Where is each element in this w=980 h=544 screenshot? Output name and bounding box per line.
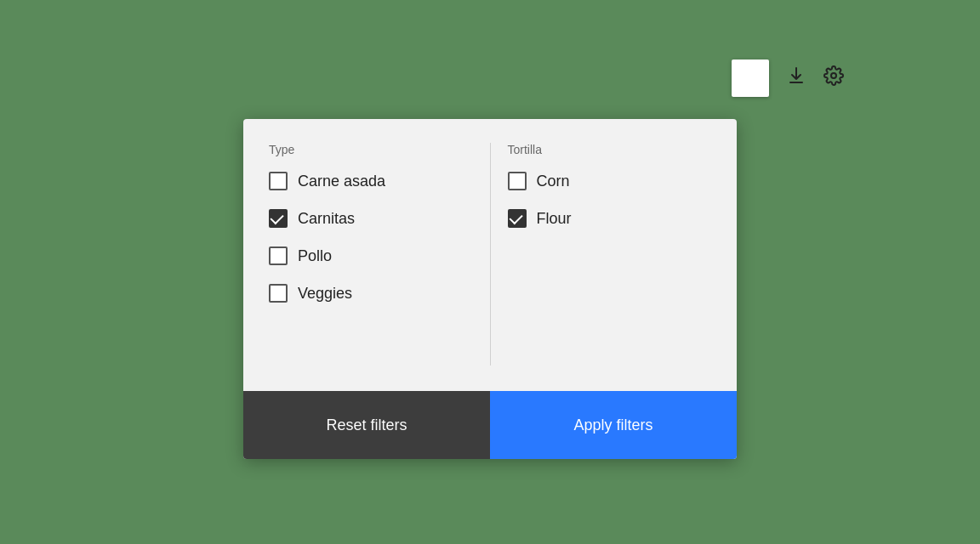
checkbox-carnitas-label: Carnitas [298, 210, 355, 228]
type-column: Type Carne asada Carnitas Pollo Veggies [269, 143, 490, 366]
filter-panel: Type Carne asada Carnitas Pollo Veggies … [243, 119, 737, 459]
checkbox-flour-label: Flour [537, 210, 572, 228]
checkbox-pollo-label: Pollo [298, 247, 332, 265]
tortilla-column-label: Tortilla [508, 143, 712, 156]
checkbox-carnitas-box [269, 209, 288, 228]
download-button[interactable] [786, 65, 806, 91]
checkbox-carne-asada-box [269, 172, 288, 190]
checkbox-corn-label: Corn [537, 173, 570, 190]
checkbox-carnitas[interactable]: Carnitas [269, 209, 473, 228]
settings-button[interactable] [823, 65, 844, 91]
svg-point-6 [831, 73, 836, 78]
checkbox-pollo-box [269, 246, 288, 265]
checkbox-carne-asada-label: Carne asada [298, 173, 385, 190]
filter-footer: Reset filters Apply filters [243, 391, 737, 459]
checkbox-flour[interactable]: Flour [508, 209, 712, 228]
checkbox-corn-box [508, 172, 527, 190]
download-icon [786, 65, 806, 91]
reset-filters-button[interactable]: Reset filters [243, 391, 490, 459]
checkbox-pollo[interactable]: Pollo [269, 246, 473, 265]
checkbox-veggies[interactable]: Veggies [269, 284, 473, 303]
checkbox-corn[interactable]: Corn [508, 172, 712, 190]
type-column-label: Type [269, 143, 473, 156]
checkbox-flour-box [508, 209, 527, 228]
toolbar [732, 60, 844, 97]
tortilla-column: Tortilla Corn Flour [490, 143, 712, 366]
checkbox-veggies-box [269, 284, 288, 303]
apply-filters-button[interactable]: Apply filters [490, 391, 737, 459]
checkbox-carne-asada[interactable]: Carne asada [269, 172, 473, 190]
checkbox-veggies-label: Veggies [298, 285, 352, 303]
filter-body: Type Carne asada Carnitas Pollo Veggies … [243, 119, 737, 391]
filter-button[interactable] [732, 60, 769, 97]
gear-icon [823, 65, 844, 91]
